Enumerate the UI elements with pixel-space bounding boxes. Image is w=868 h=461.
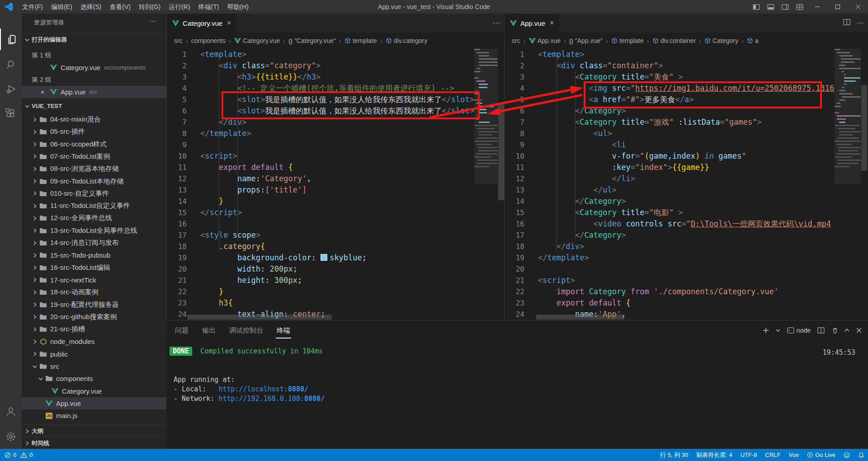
tree-item[interactable]: 15-src-Todo-pubsub — [22, 249, 166, 261]
tree-item[interactable]: 11-src-TodoList自定义事件 — [22, 200, 166, 212]
tree-item[interactable]: 04-src-mixin混合 — [22, 113, 166, 126]
code-line[interactable]: 18 .category{ — [167, 241, 474, 252]
code-line[interactable]: 4 <!-- 定义一个插槽(挖个坑,等着组件的使用者进行填充) --> — [167, 83, 474, 94]
editor-more-actions-icon[interactable]: ··· — [857, 19, 864, 27]
menu-F[interactable]: 文件(F) — [18, 0, 47, 14]
breadcrumb-item[interactable]: Category.vue — [234, 37, 280, 44]
sidebar-more-actions-icon[interactable]: ··· — [149, 17, 156, 25]
code-line[interactable]: 6 <slot>我是插槽的默认值，如果没人给我传东西我就出来了</slot> — [167, 105, 474, 117]
code-line[interactable]: 20 width: 200px; — [167, 263, 474, 275]
code-line[interactable]: 6 </Category> — [505, 105, 835, 117]
tree-item[interactable]: 14-src-消息订阅与发布 — [22, 237, 166, 249]
code-line[interactable]: 13 props:['title'] — [167, 184, 474, 196]
menu-G[interactable]: 转到(G) — [135, 0, 165, 14]
menu-H[interactable]: 帮助(H) — [223, 0, 252, 14]
code-line[interactable]: 17<style scope> — [167, 230, 474, 241]
menu-T[interactable]: 终端(T) — [194, 0, 223, 14]
terminal-instance[interactable]: node — [787, 327, 811, 334]
code-line[interactable]: 23 export default { — [505, 297, 835, 309]
feedback-icon[interactable] — [844, 452, 850, 458]
tree-item[interactable]: 20-src-github搜索案例 — [22, 311, 166, 323]
code-line[interactable]: 16 <video controls src="D:\Tools\一些网页效果代… — [505, 218, 835, 230]
horizontal-scrollbar[interactable] — [187, 315, 332, 320]
breadcrumb-item[interactable]: div.container — [652, 37, 696, 44]
open-editor-item[interactable]: ×App.vuesrc — [22, 86, 166, 98]
tree-item[interactable]: 21-src-插槽 — [22, 323, 166, 335]
code-line[interactable]: 12 name:'Category', — [167, 173, 474, 184]
code-line[interactable]: 23 h3{ — [167, 297, 474, 309]
minimap-slider[interactable] — [835, 49, 861, 184]
breadcrumb-item[interactable]: src — [512, 37, 520, 44]
tree-item[interactable]: 05-src-插件 — [22, 126, 166, 138]
breadcrumb-item[interactable]: src — [174, 37, 183, 44]
code-line[interactable]: 2 <div class="container"> — [505, 60, 835, 71]
minimap-slider[interactable] — [474, 49, 498, 184]
maximize-panel-icon[interactable] — [844, 328, 849, 333]
code-line[interactable]: 13 </ul> — [505, 184, 835, 196]
code-line[interactable]: 12 </li> — [505, 173, 835, 184]
breadcrumb-item[interactable]: Category — [704, 37, 738, 44]
go-live-button[interactable]: Go Live — [807, 452, 835, 458]
breadcrumb-item[interactable]: div.category — [386, 37, 427, 44]
minimize-button[interactable] — [807, 0, 827, 14]
kill-terminal-icon[interactable] — [831, 327, 838, 334]
explorer-icon[interactable] — [0, 28, 23, 50]
close-button[interactable] — [848, 0, 868, 14]
tree-item[interactable]: 09-src-TodoList本地存储 — [22, 175, 166, 188]
terminal-output[interactable]: DONE Compiled successfully in 104ms App … — [170, 347, 325, 404]
code-area[interactable]: 1<template>2 <div class="container">3 <C… — [505, 49, 835, 320]
breadcrumb-item[interactable]: App.vue — [529, 37, 561, 44]
menu-R[interactable]: 运行(R) — [165, 0, 194, 14]
tree-item[interactable]: JSmain.js — [22, 409, 166, 422]
tree-item[interactable]: src — [22, 360, 166, 372]
customize-layout-icon[interactable] — [793, 0, 807, 14]
breadcrumb-item[interactable]: a — [747, 37, 759, 44]
code-line[interactable]: 17 </Category> — [505, 230, 835, 241]
open-editors-header[interactable]: 打开的编辑器 — [22, 33, 166, 46]
breadcrumb-item[interactable]: template — [344, 37, 377, 44]
tree-item[interactable]: 13-src-TodoList全局事件总线 — [22, 225, 166, 237]
close-panel-icon[interactable] — [856, 328, 862, 333]
status-item[interactable]: UTF-8 — [741, 452, 757, 458]
tree-item[interactable]: 18-src-动画案例 — [22, 286, 166, 298]
code-line[interactable]: 21 height: 300px; — [167, 275, 474, 286]
code-line[interactable]: 14 </Category> — [505, 196, 835, 207]
new-terminal-icon[interactable] — [763, 327, 769, 334]
panel-tab-问题[interactable]: 问题 — [174, 322, 189, 339]
code-line[interactable]: 22 import Category from './components/Ca… — [505, 286, 835, 297]
horizontal-scrollbar[interactable] — [536, 315, 624, 320]
tree-item[interactable]: node_modules — [22, 335, 166, 348]
vertical-scrollbar[interactable] — [498, 103, 504, 200]
open-editor-item[interactable]: Category.vuesrc\components — [22, 61, 166, 74]
tree-item[interactable]: 07-src-TodoList案例 — [22, 151, 166, 163]
code-line[interactable]: 11 export default { — [167, 162, 474, 173]
tree-item[interactable]: Category.vue — [22, 385, 166, 397]
status-item[interactable]: CRLF — [765, 452, 781, 458]
toggle-panel-icon[interactable] — [764, 0, 778, 14]
code-line[interactable]: 5 <a href="#">更多美食</a> — [505, 94, 835, 105]
code-line[interactable]: 7 </div> — [167, 117, 474, 128]
code-line[interactable]: 22 } — [167, 286, 474, 297]
code-line[interactable]: 14 } — [167, 196, 474, 207]
code-line[interactable]: 19</template> — [505, 252, 835, 263]
tree-item[interactable]: 16-src-TodoList编辑 — [22, 262, 166, 274]
tree-item[interactable]: 06-src-scoped样式 — [22, 138, 166, 151]
code-line[interactable]: 7 <Category title="游戏" :listData="games"… — [505, 117, 835, 128]
code-line[interactable]: 20 — [505, 263, 835, 275]
code-line[interactable]: 4 <img src="https://img1.baidu.com/it/u=… — [505, 83, 835, 94]
breadcrumb-item[interactable]: {}"Category.vue" — [288, 37, 336, 44]
code-line[interactable]: 5 <slot>我是插槽的默认值，如果没人给我传东西我就出来了</slot> — [167, 94, 474, 105]
code-line[interactable]: 9 <li — [505, 139, 835, 151]
project-root-header[interactable]: VUE_TEST — [22, 99, 166, 112]
breadcrumb[interactable]: src›App.vue›{}"App.vue"›template›div.con… — [505, 33, 868, 49]
code-line[interactable]: 9 — [167, 139, 474, 151]
tree-item[interactable]: App.vue — [22, 397, 166, 409]
outline-section-header[interactable]: 大纲 — [22, 424, 166, 437]
settings-gear-icon[interactable] — [0, 426, 22, 447]
code-area[interactable]: 1<template>2 <div class="category">3 <h3… — [167, 49, 474, 320]
run-debug-icon[interactable] — [0, 78, 22, 100]
panel-tab-终端[interactable]: 终端 — [276, 322, 291, 339]
search-icon[interactable] — [0, 53, 22, 75]
panel-tab-调试控制台[interactable]: 调试控制台 — [228, 322, 264, 339]
tree-item[interactable]: 010-src-自定义事件 — [22, 188, 166, 200]
